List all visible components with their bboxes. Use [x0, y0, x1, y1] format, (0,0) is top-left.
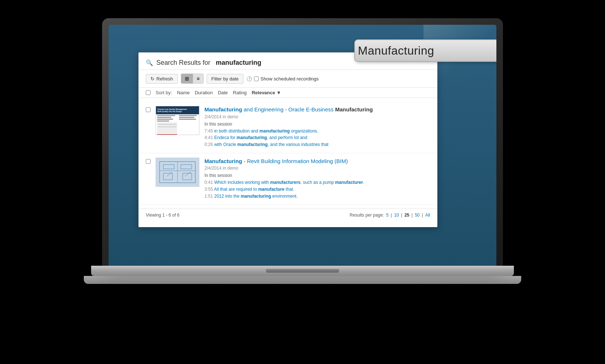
snippet-2-3: 1:51 2012 into the manufacturing environ…	[204, 193, 430, 199]
result-2-title-text-1: - Revit Building Information Modeling (B…	[242, 158, 348, 164]
result-2-checkbox[interactable]	[146, 159, 151, 164]
show-scheduled-checkbox[interactable]	[254, 76, 259, 81]
result-1-meta: 2/4/2014 in demo	[204, 114, 430, 119]
snippet-2-1: 0:41 Which includes working with manufac…	[204, 179, 430, 186]
sort-label: Sort by:	[156, 90, 172, 95]
screen-content: 🔍 Search Results for manufacturing ↻ Ref…	[109, 25, 496, 266]
sort-relevance[interactable]: Relevance ▼	[252, 90, 281, 95]
search-icon: 🔍	[146, 59, 153, 66]
filter-date-button[interactable]: Filter by date	[207, 74, 243, 84]
laptop-hinge	[266, 269, 339, 273]
result-2-description: In this session	[204, 173, 430, 178]
result-1-description: In this session	[204, 122, 430, 127]
result-1-info: Manufacturing and Engineering - Oracle E…	[204, 106, 430, 149]
view-list-button[interactable]: ≡	[193, 74, 203, 83]
sort-rating[interactable]: Rating	[233, 90, 247, 95]
show-scheduled-container: 🕐 Show scheduled recordings	[246, 76, 319, 82]
viewing-count: Viewing 1 - 6 of 6	[146, 213, 180, 218]
result-2-snippets: 0:41 Which includes working with manufac…	[204, 179, 430, 199]
laptop-screen-bezel: 🔍 Search Results for manufacturing ↻ Ref…	[102, 18, 503, 266]
per-page-50[interactable]: 50	[415, 213, 419, 218]
search-box-overlay	[354, 39, 496, 62]
per-page-10[interactable]: 10	[394, 213, 399, 218]
result-1-thumbnail[interactable]: Closed Loop Quality ManagementBuilt Qual…	[156, 106, 199, 135]
per-page-label: Results per page:	[350, 213, 384, 218]
result-1-title-text-1: and Engineering - Oracle E-Business	[242, 106, 335, 112]
result-2-meta: 2/4/2014 in demo	[204, 166, 430, 171]
refresh-label: Refresh	[156, 76, 173, 82]
result-1-title[interactable]: Manufacturing and Engineering - Oracle E…	[204, 106, 430, 113]
result-2-title[interactable]: Manufacturing - Revit Building Informati…	[204, 158, 430, 165]
refresh-button[interactable]: ↻ Refresh	[146, 74, 178, 84]
result-1-checkbox[interactable]	[146, 107, 151, 112]
search-panel: 🔍 Search Results for manufacturing ↻ Ref…	[138, 52, 437, 227]
snippet-1-1: 7:45 in both distribution and manufactur…	[204, 128, 430, 134]
result-2-thumb-svg	[156, 158, 199, 186]
results-footer: Viewing 1 - 6 of 6 Results per page: 5 |…	[138, 209, 437, 221]
laptop-base	[91, 266, 514, 276]
search-title-prefix: Search Results for	[156, 59, 210, 67]
per-page-all[interactable]: All	[425, 213, 430, 218]
per-page-5[interactable]: 5	[386, 213, 389, 218]
snippet-1-2: 4:41 Endeca for manufacturing, and perfo…	[204, 135, 430, 141]
result-1-snippets: 7:45 in both distribution and manufactur…	[204, 128, 430, 148]
list-icon: ≡	[197, 76, 200, 82]
search-input[interactable]	[358, 44, 496, 58]
result-item-1: Closed Loop Quality ManagementBuilt Qual…	[138, 102, 437, 153]
laptop-container: 🔍 Search Results for manufacturing ↻ Ref…	[66, 18, 539, 346]
filter-date-label: Filter by date	[211, 76, 239, 82]
toolbar: ↻ Refresh ⊞ ≡ Filter by da	[138, 70, 437, 88]
view-toggle: ⊞ ≡	[181, 74, 204, 84]
refresh-icon: ↻	[151, 76, 155, 82]
sort-bar: Sort by: Name Duration Date Rating Relev…	[138, 88, 437, 98]
sort-date[interactable]: Date	[218, 90, 228, 95]
sort-duration[interactable]: Duration	[195, 90, 212, 95]
sort-name[interactable]: Name	[177, 90, 190, 95]
search-keyword: manufacturing	[216, 59, 261, 67]
laptop-screen: 🔍 Search Results for manufacturing ↻ Ref…	[109, 25, 496, 266]
result-2-title-highlight-1: Manufacturing	[204, 158, 242, 164]
result-2-info: Manufacturing - Revit Building Informati…	[204, 158, 430, 200]
results-list: Closed Loop Quality ManagementBuilt Qual…	[138, 98, 437, 209]
view-grid-button[interactable]: ⊞	[181, 74, 193, 83]
grid-icon: ⊞	[185, 76, 189, 82]
result-2-thumbnail[interactable]	[156, 158, 199, 187]
per-page-options: Results per page: 5 | 10 | 25 | 50 | All	[350, 213, 430, 218]
result-1-title-highlight-1: Manufacturing	[204, 106, 242, 112]
result-item-2: Manufacturing - Revit Building Informati…	[138, 153, 437, 205]
show-scheduled-label: Show scheduled recordings	[261, 76, 319, 82]
per-page-25[interactable]: 25	[405, 213, 409, 218]
snippet-1-3: 0:26 with Oracle manufacturing, and the …	[204, 142, 430, 148]
laptop-keyboard-base	[84, 276, 521, 284]
clock-icon: 🕐	[246, 76, 252, 82]
select-all-checkbox[interactable]	[146, 90, 151, 95]
result-1-title-highlight-2: Manufacturing	[335, 106, 372, 112]
snippet-2-2: 3:55 All that are required to manufactur…	[204, 186, 430, 193]
